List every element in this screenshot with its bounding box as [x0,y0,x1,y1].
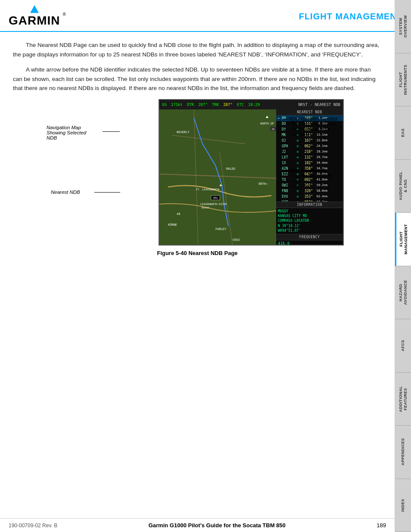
garmin-triangle-icon [30,5,39,13]
info-city: KANSAS CITY MO [278,214,341,218]
ndb-row[interactable]: EVU ⊙ 353° 62.4nm [276,194,343,199]
info-section-title: INFORMATION [276,202,343,208]
info-type: COMPASS LOCATOR [278,218,341,223]
frequency-value: 416.0 [276,240,343,246]
sidebar-tab-audio-panel[interactable]: AUDIO PANEL& CNS [395,160,411,213]
sidebar-tab-label: AUDIO PANEL& CNS [399,171,408,200]
body-paragraph-2: A white arrow before the NDB identifier … [13,65,382,93]
svg-text:▲: ▲ [265,114,269,119]
info-lat: N 39°18.12' [278,224,341,228]
nearest-ndb-section-title: NEAREST NDB [276,109,343,115]
footer-page-number: 189 [377,522,386,529]
page-footer: 190-00709-02 Rev. B Garmin G1000 Pilot's… [0,518,395,532]
sidebar-tab-hazard-avoidance[interactable]: HAZARDAVOIDANCE [395,266,411,320]
svg-text:80TH→: 80TH→ [258,182,268,186]
screen-header-bar: GS 171kt DTK 287° TRK 287° ETC 18:29 NRS… [159,100,343,109]
footer-title: Garmin G1000 Pilot's Guide for the Socat… [149,522,286,529]
svg-text:25: 25 [272,128,275,131]
sidebar-tab-appendices[interactable]: APPENDICES [395,426,411,479]
ndb-frequency-annotation: NDB Frequency [289,168,324,173]
info-name: MUGGY [278,209,341,214]
sidebar-tab-label: APPENDICES [401,438,405,466]
nrst-label: NRST - NEAREST NDB [298,103,340,107]
sidebar-tab-index[interactable]: INDEX [395,479,411,532]
nearest-ndb-annotation: Nearest NDB [51,190,80,195]
selected-arrow-icon: → [277,116,281,120]
sidebar-tab-label: EAS [401,128,405,137]
svg-text:RALEO: RALEO [226,167,235,171]
ndb-info-content: MUGGY KANSAS CITY MO COMPASS LOCATOR N 3… [276,208,343,234]
map-area: ✦ RN BEVERLY RALEO FT. LEAVENWORTH LEAVE… [159,109,278,246]
right-annotations: NDB Identifier/Symbol - Bearing/Distance… [289,116,375,168]
sidebar-tab-label: ADDITIONALFEATURES [399,386,408,412]
figure-container: Navigation MapShowing SelectedNDB Neares… [13,99,382,256]
svg-text:FARLEY: FARLEY [215,227,227,231]
ndb-identifier-annotation: NDB Identifier/Symbol - Bearing/Distance… [289,116,337,137]
ndb-frequency-section: FREQUENCY 416.0 [276,234,343,246]
freq-section-title: FREQUENCY [276,234,343,240]
garmin-registered: ® [63,12,66,17]
svg-text:✦: ✦ [219,183,222,188]
svg-text:KÜRNE: KÜRNE [168,223,177,227]
garmin-logo: GARMIN ® [9,5,66,28]
page-title: FLIGHT MANAGEMENT [299,12,402,22]
body-paragraph-1: The Nearest NDB Page can be used to quic… [13,40,382,59]
trk-label: TRK [212,103,219,107]
main-content: The Nearest NDB Page can be used to quic… [0,32,395,274]
sidebar-tab-label: HAZARDAVOIDANCE [399,280,408,305]
page-header: GARMIN ® FLIGHT MANAGEMENT [0,0,411,32]
sidebar-tab-eas[interactable]: EAS [395,106,411,160]
etc-label: ETC [237,103,244,107]
svg-text:RN: RN [213,196,218,199]
info-lon: W094°51.07' [278,228,341,233]
dtk-label: DTK [187,103,194,107]
sidebar-tab-flight-management[interactable]: FLIGHTMANAGEMENT [395,213,411,266]
svg-text:BRIDGE: BRIDGE [202,206,209,209]
trk-value: 287° [223,103,233,107]
figure-caption: Figure 5-40 Nearest NDB Page [47,250,348,256]
sidebar-tab-label: AFCS [401,340,405,352]
garmin-brand-text: GARMIN [9,14,60,28]
svg-text:FT. LEAVENWORTH: FT. LEAVENWORTH [196,188,220,191]
dtk-value: 287° [198,103,208,107]
svg-text:NORTH UP: NORTH UP [260,122,274,125]
sidebar-tab-system-overview[interactable]: SYSTEMOVERVIEW [395,0,411,53]
gs-label: GS [162,103,167,107]
figure-inner: Navigation MapShowing SelectedNDB Neares… [47,99,348,256]
svg-text:40: 40 [177,212,180,216]
svg-text:LEAVENWORTH-RIVER: LEAVENWORTH-RIVER [200,202,227,205]
sidebar-tab-label: FLIGHTINSTRUMENTS [399,65,408,95]
sidebar-tab-label: FLIGHTMANAGEMENT [399,224,408,255]
svg-text:BEVERLY: BEVERLY [177,131,190,134]
sidebar-tab-afcs[interactable]: AFCS [395,319,411,373]
sidebar-tab-label: INDEX [401,499,405,512]
footer-doc-number: 190-00709-02 Rev. B [9,523,57,529]
etc-value: 18:29 [248,103,260,107]
right-sidebar: SYSTEMOVERVIEW FLIGHTINSTRUMENTS EAS AUD… [395,0,411,532]
ndb-information-section: INFORMATION MUGGY KANSAS CITY MO COMPASS… [276,202,343,234]
sidebar-tab-label: SYSTEMOVERVIEW [399,15,408,37]
svg-text:US62: US62 [233,238,240,242]
nav-map-annotation: Navigation MapShowing SelectedNDB [47,125,86,140]
sidebar-tab-flight-instruments[interactable]: FLIGHTINSTRUMENTS [395,53,411,107]
ndb-row[interactable]: FNB ⊙ 320° 58.0nm [276,188,343,194]
sidebar-tab-additional-features[interactable]: ADDITIONALFEATURES [395,373,411,426]
gs-value: 171kt [171,103,183,107]
avionics-screen-wrapper: GS 171kt DTK 287° TRK 287° ETC 18:29 NRS… [103,99,348,246]
